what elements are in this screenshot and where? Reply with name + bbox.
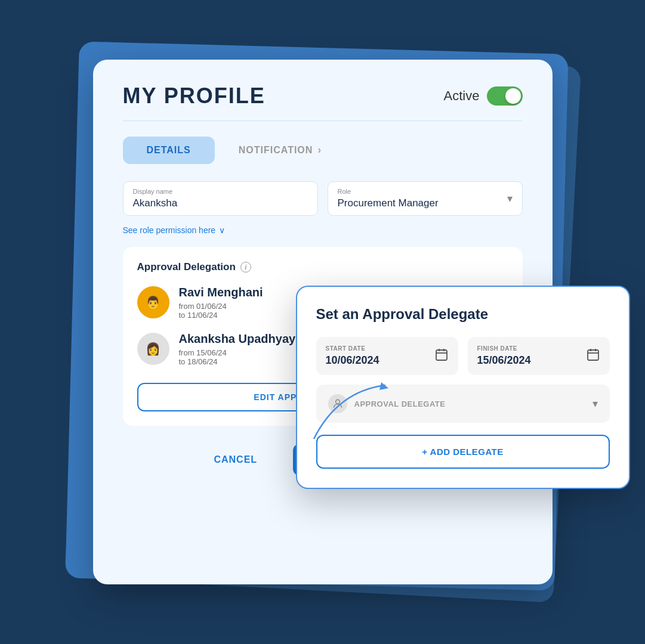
- tab-details[interactable]: DETAILS: [123, 137, 215, 164]
- role-dropdown-icon: ▾: [507, 192, 513, 205]
- delegation-title: Approval Delegation i: [137, 261, 508, 273]
- tab-arrow-icon: ›: [317, 144, 322, 156]
- role-field[interactable]: Role Procurement Manager ▾: [328, 181, 523, 216]
- card-header: MY PROFILE Active: [123, 83, 523, 121]
- toggle-knob: [505, 88, 521, 104]
- popup-title: Set an Approval Delegate: [316, 306, 610, 323]
- finish-date-field[interactable]: FINISH DATE 15/06/2024: [468, 337, 610, 375]
- active-section: Active: [444, 86, 523, 106]
- svg-rect-1: [436, 350, 447, 360]
- curved-arrow: [302, 379, 397, 453]
- form-row-name-role: Display name Akanksha Role Procurement M…: [123, 181, 523, 216]
- active-label: Active: [444, 88, 480, 104]
- date-row: START DATE 10/06/2024 FINISH DATE 15/0: [316, 337, 610, 375]
- svg-rect-5: [588, 350, 598, 360]
- chevron-down-icon: ∨: [219, 225, 225, 235]
- main-profile-card: MY PROFILE Active DETAILS NOTIFICATION ›…: [93, 60, 553, 584]
- info-icon: i: [240, 262, 251, 273]
- tab-bar: DETAILS NOTIFICATION ›: [123, 135, 523, 165]
- active-toggle[interactable]: [487, 86, 523, 106]
- cancel-button[interactable]: CANCEL: [196, 445, 275, 475]
- display-name-value: Akanksha: [133, 197, 308, 209]
- role-value: Procurement Manager: [338, 197, 439, 209]
- svg-marker-0: [379, 382, 388, 390]
- avatar-ravi: 👨: [137, 286, 169, 318]
- calendar-icon-finish: [586, 348, 600, 365]
- page-title: MY PROFILE: [123, 83, 266, 109]
- finish-date-label: FINISH DATE: [477, 345, 586, 352]
- dropdown-arrow-icon: ▾: [592, 397, 598, 410]
- start-date-label: START DATE: [326, 345, 434, 352]
- start-date-field[interactable]: START DATE 10/06/2024: [316, 337, 458, 375]
- tab-notification[interactable]: NOTIFICATION ›: [215, 135, 346, 165]
- display-name-field[interactable]: Display name Akanksha: [123, 181, 318, 216]
- start-date-value: 10/06/2024: [326, 354, 434, 367]
- avatar-akanksha: 👩: [137, 333, 169, 365]
- finish-date-value: 15/06/2024: [477, 354, 586, 367]
- calendar-icon-start: [434, 348, 449, 365]
- role-permission-link[interactable]: See role permission here ∨: [123, 225, 523, 235]
- display-name-label: Display name: [133, 188, 308, 195]
- role-label: Role: [338, 188, 439, 195]
